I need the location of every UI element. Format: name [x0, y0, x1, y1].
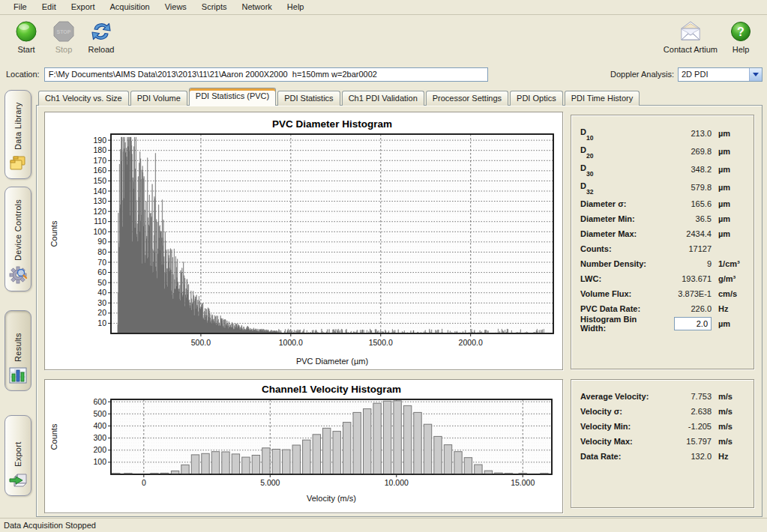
- menu-item-acquisition[interactable]: Acquisition: [103, 1, 157, 13]
- histogram-bin-width-input[interactable]: [674, 317, 712, 330]
- svg-text:0: 0: [142, 478, 146, 487]
- stat-unit: m/s: [712, 437, 746, 446]
- sidebar-item-data-library[interactable]: Data Library: [4, 90, 31, 179]
- tab-processor-settings[interactable]: Processor Settings: [426, 91, 508, 106]
- chevron-down-icon: [753, 73, 759, 76]
- menu-item-export[interactable]: Export: [64, 1, 103, 13]
- stat-value: 348.2: [664, 165, 712, 174]
- vel-stat-row-velocity-max: Velocity Max:15.797m/s: [580, 434, 746, 449]
- stat-unit: m/s: [712, 422, 746, 431]
- location-bar: Location: Doppler Analysis: 2D PDI: [0, 63, 767, 85]
- stop-icon: STOP: [51, 19, 76, 44]
- svg-text:20: 20: [97, 308, 106, 317]
- pvc-stat-row-diameter: Diameter σ:165.6µm: [580, 196, 746, 211]
- stat-unit: µm: [712, 129, 746, 138]
- stat-label: Diameter Min:: [580, 214, 664, 223]
- contact-artium-label: Contact Artium: [664, 45, 718, 54]
- svg-text:180: 180: [93, 145, 106, 154]
- stat-label: LWC:: [580, 274, 664, 283]
- stat-value: 213.0: [664, 129, 712, 138]
- reload-button[interactable]: Reload: [82, 17, 120, 54]
- chart-icon: [8, 366, 28, 386]
- tab-page-pdi-statistics-pvc: 1020304050607080901001101201301401501601…: [36, 105, 763, 517]
- folders-icon: [8, 154, 28, 174]
- doppler-analysis-select[interactable]: 2D PDI: [678, 67, 763, 82]
- combo-dropdown-button[interactable]: [749, 68, 762, 81]
- stop-button[interactable]: STOP Stop: [45, 17, 82, 54]
- stat-value: -1.205: [664, 422, 712, 431]
- svg-text:500.0: 500.0: [191, 338, 211, 347]
- stat-value: 2.638: [664, 407, 712, 416]
- svg-text:130: 130: [93, 196, 106, 205]
- menu-item-help[interactable]: Help: [280, 1, 312, 13]
- vel-stat-row-data-rate: Data Rate:132.0Hz: [580, 449, 746, 464]
- stat-value: 9: [664, 259, 712, 268]
- tab-pdi-volume[interactable]: PDI Volume: [130, 91, 187, 106]
- pvc-stat-row-d10: D10213.0µm: [580, 124, 746, 142]
- pvc-stat-row-d30: D30348.2µm: [580, 160, 746, 178]
- velocity-histogram-svg: 10020030040050060005.00010.00015.000Chan…: [45, 380, 562, 513]
- menu-item-edit[interactable]: Edit: [34, 1, 64, 13]
- tab-ch1-pdi-validation[interactable]: Ch1 PDI Validation: [342, 91, 424, 106]
- svg-text:?: ?: [737, 25, 745, 38]
- pvc-stat-row-pvc-data-rate: PVC Data Rate:226.0Hz: [580, 301, 746, 316]
- stat-unit: µm: [712, 214, 746, 223]
- location-input[interactable]: [44, 67, 488, 82]
- svg-text:100: 100: [93, 227, 106, 236]
- stat-value: 36.5: [664, 214, 712, 223]
- contact-artium-button[interactable]: Contact Artium: [659, 17, 722, 54]
- sidebar-item-device-controls[interactable]: Device Controls: [4, 187, 31, 291]
- pvc-statistics-panel: D10213.0µmD20269.8µmD30348.2µmD32579.8µm…: [571, 115, 754, 369]
- pvc-stat-row-lwc: LWC:193.671g/m³: [580, 271, 746, 286]
- stat-value: 15.797: [664, 437, 712, 446]
- pvc-stat-row-d32: D32579.8µm: [580, 178, 746, 196]
- stat-value: 17127: [664, 244, 712, 253]
- reload-icon: [88, 19, 114, 44]
- main-area: Data LibraryDevice ControlsResultsExport…: [0, 85, 767, 518]
- start-button[interactable]: Start: [7, 17, 45, 54]
- help-icon: ?: [728, 19, 754, 44]
- svg-text:10.000: 10.000: [385, 478, 409, 487]
- svg-text:60: 60: [97, 267, 106, 276]
- svg-text:1500.0: 1500.0: [369, 338, 393, 347]
- stat-label: Volume Flux:: [580, 289, 664, 298]
- stat-label: Velocity Max:: [580, 437, 664, 446]
- svg-text:40: 40: [97, 288, 106, 297]
- svg-text:150: 150: [93, 176, 106, 185]
- tab-pdi-statistics-pvc[interactable]: PDI Statistics (PVC): [189, 88, 276, 106]
- menu-item-scripts[interactable]: Scripts: [194, 1, 235, 13]
- menu-item-views[interactable]: Views: [157, 1, 194, 13]
- velocity-histogram-chart: 10020030040050060005.00010.00015.000Chan…: [44, 379, 563, 513]
- svg-text:PVC Diameter (µm): PVC Diameter (µm): [296, 357, 368, 366]
- tab-strip: Ch1 Velocity vs. SizePDI VolumePDI Stati…: [36, 89, 641, 106]
- menu-item-network[interactable]: Network: [234, 1, 279, 13]
- doppler-analysis-value: 2D PDI: [679, 70, 749, 79]
- location-label: Location:: [6, 70, 40, 79]
- menu-item-file[interactable]: File: [6, 1, 34, 13]
- tab-ch1-velocity-vs-size[interactable]: Ch1 Velocity vs. Size: [38, 91, 129, 106]
- svg-text:80: 80: [97, 247, 106, 256]
- vel-stat-row-average-velocity: Average Velocity:7.753m/s: [580, 389, 746, 404]
- stat-value: 7.753: [664, 392, 712, 401]
- svg-text:70: 70: [97, 258, 106, 267]
- svg-text:100: 100: [93, 457, 106, 466]
- stat-unit: cm/s: [712, 289, 746, 298]
- sidebar-item-export[interactable]: Export: [4, 415, 31, 496]
- stat-label: Counts:: [580, 244, 664, 253]
- pvc-stat-row-diameter-max: Diameter Max:2434.4µm: [580, 226, 746, 241]
- vel-stat-row-velocity-min: Velocity Min:-1.205m/s: [580, 419, 746, 434]
- tab-pdi-optics[interactable]: PDI Optics: [510, 91, 563, 106]
- tab-control: Ch1 Velocity vs. SizePDI VolumePDI Stati…: [36, 86, 763, 517]
- svg-text:200: 200: [93, 445, 106, 454]
- status-text: Data Acquisition Stopped: [4, 521, 96, 530]
- stat-label: Number Density:: [580, 259, 664, 268]
- sidebar-item-results[interactable]: Results: [4, 310, 31, 391]
- vel-stat-row-velocity: Velocity σ:2.638m/s: [580, 404, 746, 419]
- help-label: Help: [733, 45, 750, 54]
- tab-pdi-statistics[interactable]: PDI Statistics: [277, 91, 340, 106]
- tab-pdi-time-history[interactable]: PDI Time History: [565, 91, 640, 106]
- svg-text:300: 300: [93, 433, 106, 442]
- help-button[interactable]: ? Help: [722, 17, 760, 54]
- stat-value: 193.671: [664, 274, 712, 283]
- svg-text:500: 500: [93, 409, 106, 418]
